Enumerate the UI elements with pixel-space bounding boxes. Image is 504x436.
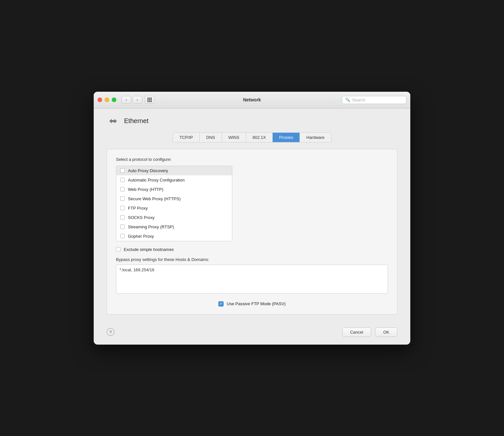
checkbox-ftp-proxy[interactable] bbox=[120, 206, 125, 210]
ethernet-icon bbox=[107, 116, 120, 126]
protocol-label: Select a protocol to configure: bbox=[116, 157, 388, 162]
maximize-button[interactable] bbox=[112, 98, 116, 102]
help-button[interactable]: ? bbox=[107, 328, 114, 336]
checkbox-socks-proxy[interactable] bbox=[120, 215, 125, 220]
tab-wins[interactable]: WINS bbox=[222, 133, 246, 142]
protocol-label-streaming-proxy: Streaming Proxy (RTSP) bbox=[128, 224, 174, 229]
nav-buttons: ‹ › bbox=[121, 96, 154, 104]
protocol-label-gopher-proxy: Gopher Proxy bbox=[128, 234, 154, 239]
traffic-lights bbox=[98, 98, 116, 102]
checkbox-streaming-proxy[interactable] bbox=[120, 224, 125, 229]
protocol-label-web-proxy-http: Web Proxy (HTTP) bbox=[128, 187, 163, 192]
protocol-item-auto-proxy-config[interactable]: Automatic Proxy Configuration bbox=[116, 175, 232, 185]
forward-button[interactable]: › bbox=[132, 96, 142, 104]
checkbox-ftp-passive[interactable] bbox=[218, 301, 224, 306]
protocol-label-auto-proxy-discovery: Auto Proxy Discovery bbox=[128, 168, 168, 173]
checkbox-auto-proxy-discovery[interactable] bbox=[120, 168, 125, 173]
minimize-button[interactable] bbox=[105, 98, 109, 102]
tab-hardware[interactable]: Hardware bbox=[300, 133, 331, 142]
protocol-label-socks-proxy: SOCKS Proxy bbox=[128, 215, 154, 220]
checkbox-exclude-hostnames[interactable] bbox=[116, 247, 121, 252]
checkbox-gopher-proxy[interactable] bbox=[120, 234, 125, 238]
tab-dns[interactable]: DNS bbox=[200, 133, 222, 142]
protocol-label-ftp-proxy: FTP Proxy bbox=[128, 206, 148, 211]
checkbox-auto-proxy-config[interactable] bbox=[120, 178, 125, 182]
titlebar: ‹ › Network 🔍 bbox=[94, 92, 410, 109]
protocol-list: Auto Proxy Discovery Automatic Proxy Con… bbox=[116, 166, 232, 241]
protocol-item-secure-web-proxy[interactable]: Secure Web Proxy (HTTPS) bbox=[116, 194, 232, 203]
grid-icon bbox=[147, 98, 152, 102]
footer: ? Cancel OK bbox=[94, 322, 410, 345]
window-title: Network bbox=[243, 97, 261, 102]
ok-button[interactable]: OK bbox=[375, 327, 397, 337]
search-icon: 🔍 bbox=[345, 98, 350, 102]
bypass-textarea[interactable] bbox=[116, 265, 388, 294]
tab-tcpip[interactable]: TCP/IP bbox=[173, 133, 200, 142]
exclude-label: Exclude simple hostnames bbox=[124, 247, 174, 252]
bypass-label: Bypass proxy settings for these Hosts & … bbox=[116, 257, 388, 262]
protocol-item-socks-proxy[interactable]: SOCKS Proxy bbox=[116, 213, 232, 222]
protocol-label-auto-proxy-config: Automatic Proxy Configuration bbox=[128, 178, 185, 182]
grid-view-button[interactable] bbox=[145, 96, 154, 104]
checkbox-secure-web-proxy[interactable] bbox=[120, 196, 125, 201]
content-area: Ethernet TCP/IP DNS WINS 802.1X Proxies … bbox=[94, 109, 410, 322]
protocol-item-ftp-proxy[interactable]: FTP Proxy bbox=[116, 203, 232, 213]
checkbox-web-proxy-http[interactable] bbox=[120, 187, 125, 192]
cancel-button[interactable]: Cancel bbox=[342, 327, 371, 337]
footer-buttons: Cancel OK bbox=[342, 327, 397, 337]
proxies-panel: Select a protocol to configure: Auto Pro… bbox=[107, 149, 397, 315]
protocol-label-secure-web-proxy: Secure Web Proxy (HTTPS) bbox=[128, 196, 181, 201]
window: ‹ › Network 🔍 bbox=[94, 92, 410, 345]
close-button[interactable] bbox=[98, 98, 102, 102]
protocol-item-auto-proxy-discovery[interactable]: Auto Proxy Discovery bbox=[116, 166, 232, 175]
protocol-item-web-proxy-http[interactable]: Web Proxy (HTTP) bbox=[116, 185, 232, 194]
section-title: Ethernet bbox=[124, 117, 149, 125]
svg-marker-1 bbox=[112, 119, 117, 123]
tabs-container: TCP/IP DNS WINS 802.1X Proxies Hardware bbox=[173, 132, 331, 142]
exclude-row: Exclude simple hostnames bbox=[116, 247, 388, 252]
protocol-item-gopher-proxy[interactable]: Gopher Proxy bbox=[116, 232, 232, 241]
search-box[interactable]: 🔍 bbox=[342, 96, 406, 104]
tab-proxies[interactable]: Proxies bbox=[273, 133, 300, 142]
search-input[interactable] bbox=[352, 98, 403, 102]
ftp-row: Use Passive FTP Mode (PASV) bbox=[116, 301, 388, 306]
tab-8021x[interactable]: 802.1X bbox=[246, 133, 273, 142]
protocol-item-streaming-proxy[interactable]: Streaming Proxy (RTSP) bbox=[116, 222, 232, 232]
back-button[interactable]: ‹ bbox=[121, 96, 131, 104]
section-header: Ethernet bbox=[107, 116, 397, 126]
ftp-label: Use Passive FTP Mode (PASV) bbox=[227, 301, 286, 306]
